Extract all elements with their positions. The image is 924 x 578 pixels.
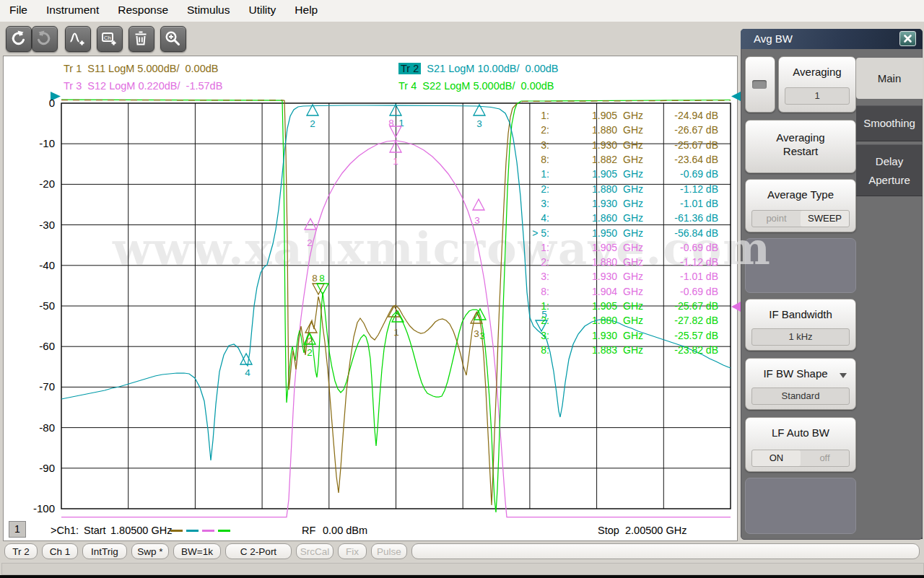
- marker-row: 3:1.930GHz-25.67 dB: [529, 138, 718, 152]
- trace4-desc: S22 LogM 5.000dB/ 0.00dB: [422, 80, 554, 92]
- y-axis-label: 0: [22, 97, 55, 109]
- marker-row: 2:1.880GHz-26.67 dB: [529, 123, 718, 137]
- svg-text:8: 8: [388, 118, 394, 128]
- trace1-desc: S11 LogM 5.000dB/ 0.00dB: [87, 63, 218, 74]
- marker-row: 2:1.880GHz-1.12 dB: [529, 181, 718, 196]
- rf-label: RF: [302, 525, 315, 536]
- y-axis-label: -90: [22, 462, 55, 474]
- trace4-swatch: [218, 530, 230, 532]
- svg-text:8: 8: [312, 273, 318, 284]
- y-axis-label: -80: [22, 421, 55, 434]
- marker-row: 2:1.880GHz-1.12 dB: [529, 255, 718, 269]
- channel-prefix: >Ch1:: [51, 525, 79, 536]
- svg-text:1: 1: [393, 156, 398, 167]
- trace2-desc: S21 LogM 10.00dB/ 0.00dB: [427, 63, 558, 74]
- y-axis-label: -40: [22, 259, 55, 271]
- marker-row: 1:1.905GHz-0.69 dB: [529, 167, 718, 181]
- stop-value[interactable]: 2.00500 GHz: [625, 525, 687, 536]
- svg-text:3: 3: [476, 118, 482, 129]
- svg-text:4: 4: [245, 367, 250, 378]
- marker-row: 2:1.880GHz-27.82 dB: [529, 313, 718, 328]
- rf-value[interactable]: 0.00 dBm: [323, 525, 367, 536]
- y-axis-label: -10: [22, 137, 55, 149]
- marker-row: 8:1.904GHz-0.69 dB: [529, 284, 718, 299]
- y-axis-label: -50: [22, 299, 55, 312]
- start-label: Start: [84, 525, 106, 536]
- trace4-label[interactable]: Tr 4 S22 LogM 5.000dB/ 0.00dB: [398, 80, 554, 92]
- marker-row: 1:1.905GHz-25.67 dB: [529, 299, 718, 313]
- trace3-label[interactable]: Tr 3 S12 LogM 0.220dB/ -1.57dB: [64, 80, 222, 92]
- trace1-id: Tr 1: [64, 63, 82, 74]
- svg-text:3: 3: [474, 215, 480, 226]
- svg-text:8: 8: [319, 273, 325, 284]
- svg-text:2: 2: [310, 118, 315, 129]
- vna-window: FileInstrumentResponseStimulusUtilityHel…: [0, 0, 924, 578]
- trace2-id: Tr 2: [398, 63, 421, 74]
- y-axis-label: -20: [22, 178, 55, 190]
- marker-row: 3:1.930GHz-1.01 dB: [529, 269, 718, 284]
- marker-row: 3:1.930GHz-25.57 dB: [529, 328, 718, 342]
- y-axis-label: -100: [22, 502, 55, 514]
- svg-text:1: 1: [393, 327, 399, 338]
- marker-row: 1:1.905GHz-24.94 dB: [529, 108, 718, 123]
- trace2-swatch: [186, 530, 199, 532]
- marker-row: > 5:1.950GHz-56.84 dB: [529, 225, 718, 240]
- trace3-swatch: [202, 530, 214, 532]
- trace1-label[interactable]: Tr 1 S11 LogM 5.000dB/ 0.00dB: [64, 63, 218, 74]
- trace3-id: Tr 3: [64, 80, 82, 92]
- start-value[interactable]: 1.80500 GHz: [110, 525, 172, 536]
- marker-row: 1:1.905GHz-0.69 dB: [529, 240, 718, 255]
- y-axis-label: -70: [22, 380, 55, 393]
- svg-text:3: 3: [474, 328, 479, 339]
- trace2-label[interactable]: Tr 2 S21 LogM 10.00dB/ 0.00dB: [398, 63, 559, 74]
- y-axis-label: -30: [22, 219, 55, 231]
- trace4-id: Tr 4: [398, 80, 417, 92]
- marker-row: 3:1.930GHz-1.01 dB: [529, 196, 718, 211]
- marker-row: 8:1.882GHz-23.64 dB: [529, 152, 718, 167]
- marker-row: 8:1.883GHz-23.82 dB: [529, 343, 718, 357]
- marker-table: 1:1.905GHz-24.94 dB2:1.880GHz-26.67 dB3:…: [529, 108, 718, 357]
- trace3-desc: S12 LogM 0.220dB/ -1.57dB: [87, 80, 222, 92]
- svg-text:2: 2: [307, 237, 313, 248]
- y-axis-label: -60: [22, 340, 55, 352]
- svg-text:2: 2: [307, 347, 313, 358]
- channel-indicator[interactable]: 1: [9, 521, 26, 538]
- trace1-swatch: [170, 530, 183, 532]
- svg-text:2: 2: [308, 336, 313, 346]
- stop-label: Stop: [598, 525, 619, 536]
- marker-row: 4:1.860GHz-61.36 dB: [529, 211, 718, 225]
- svg-text:3: 3: [479, 330, 485, 341]
